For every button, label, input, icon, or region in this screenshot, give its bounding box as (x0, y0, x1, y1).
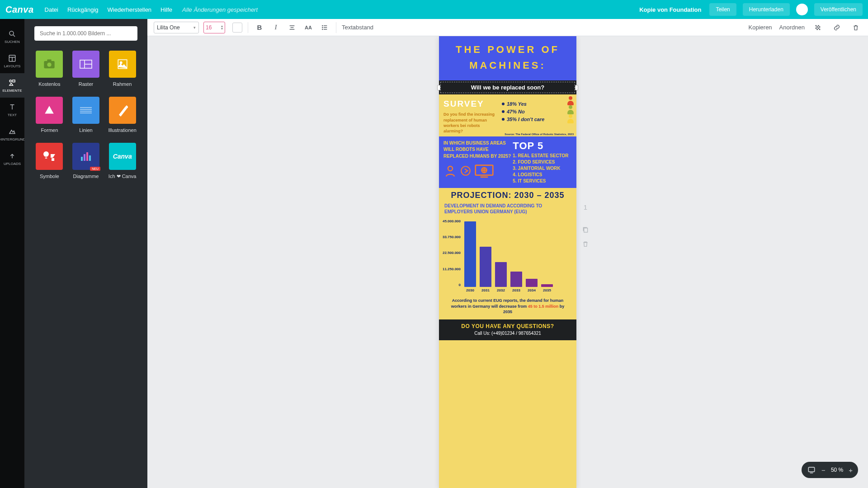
footer-section[interactable]: DO YOU HAVE ANY QUESTIONS? Call Us: (+49… (439, 319, 576, 340)
svg-rect-11 (52, 158, 54, 161)
svg-rect-15 (89, 155, 91, 161)
rail-layouts[interactable]: LAYOUTS (0, 49, 24, 73)
menu-undo[interactable]: Rückgängig (67, 6, 99, 13)
avatar[interactable] (796, 4, 808, 15)
category-tile (72, 97, 99, 124)
upload-icon (8, 152, 16, 160)
rail-elements[interactable]: ELEMENTE (0, 73, 24, 98)
title-line1: THE POWER OF (441, 42, 575, 57)
help-icon[interactable] (807, 465, 816, 474)
areas-section[interactable]: IN WHICH BUSINESS AREAS WILL ROBOTS HAVE… (439, 136, 576, 188)
case-button[interactable]: AA (302, 22, 314, 33)
category-ich ❤ canva[interactable]: CanvaIch ❤ Canva (107, 143, 137, 179)
download-button[interactable]: Herunterladen (743, 3, 790, 16)
copy-button[interactable]: Kopieren (749, 24, 772, 31)
category-raster[interactable]: Raster (71, 51, 101, 87)
category-formen[interactable]: Formen (34, 97, 65, 133)
align-button[interactable] (286, 22, 298, 33)
category-label: Linien (79, 127, 92, 133)
publish-button[interactable]: Veröffentlichen (814, 3, 863, 16)
canvas-area: Lilita One ▾ 16 ▴▾ B I AA Textabstand Ko… (147, 19, 868, 488)
bullet-icon (502, 110, 505, 113)
svg-rect-23 (816, 28, 817, 29)
svg-point-16 (322, 25, 323, 26)
x-tick: 2035 (541, 288, 553, 292)
x-tick: 2033 (510, 288, 522, 292)
areas-q2: WILL ROBOTS HAVE (443, 146, 513, 153)
duplicate-page-icon[interactable] (582, 226, 589, 233)
projection-header[interactable]: PROJECTION: 2030 – 2035 DEVELOPMENT IN D… (439, 188, 576, 219)
category-symbole[interactable]: Symbole (34, 143, 65, 179)
category-label: Symbole (40, 174, 59, 179)
zoom-out-button[interactable]: − (821, 466, 826, 474)
y-tick: 33.750.000 (443, 235, 461, 239)
menu-file[interactable]: Datei (45, 6, 58, 13)
delete-button[interactable] (850, 22, 862, 33)
bar (526, 279, 538, 287)
search-icon (8, 30, 16, 38)
spacing-link[interactable]: Textabstand (342, 24, 373, 31)
survey-section[interactable]: SURVEY Do you find the increasing replac… (439, 94, 576, 136)
category-tile (109, 51, 136, 78)
font-select[interactable]: Lilita One ▾ (154, 22, 199, 33)
rail-search[interactable]: SUCHEN (0, 24, 24, 49)
subtitle-selected[interactable]: Will we be replaced soon? (439, 80, 576, 94)
projection-sub: DEVELOPMENT IN DEMAND ACCORDING TO EMPLO… (444, 203, 571, 215)
doc-title[interactable]: Kopie von Foundation (639, 6, 701, 13)
category-grid: KostenlosRasterRahmenFormenLinienIllustr… (34, 51, 137, 179)
note-text[interactable]: According to current EUG reports, the de… (439, 294, 576, 319)
stage[interactable]: THE POWER OF MACHINES: Will we be replac… (147, 36, 868, 488)
y-tick: 45.000.000 (443, 219, 461, 223)
category-rahmen[interactable]: Rahmen (107, 51, 137, 87)
font-name: Lilita One (157, 24, 180, 31)
category-illustrationen[interactable]: Illustrationen (107, 97, 137, 133)
title-block[interactable]: THE POWER OF MACHINES: (439, 36, 576, 80)
svg-point-9 (120, 62, 122, 64)
bar-chart[interactable]: 45.000.00033.750.00022.500.00011.250.000… (439, 219, 576, 294)
rail-uploads[interactable]: UPLOADS (0, 146, 24, 171)
rail-background[interactable]: HINTERGRUND (0, 122, 24, 146)
category-kostenlos[interactable]: Kostenlos (34, 51, 65, 87)
color-swatch[interactable] (232, 23, 242, 33)
italic-button[interactable]: I (270, 22, 282, 33)
link-button[interactable] (831, 22, 843, 33)
font-size-input[interactable]: 16 ▴▾ (203, 22, 225, 33)
person-icon (567, 114, 574, 123)
category-diagramme[interactable]: NEUDiagramme (71, 143, 101, 179)
category-label: Rahmen (113, 81, 132, 87)
transparency-button[interactable] (812, 22, 824, 33)
menu-help[interactable]: Hilfe (160, 6, 172, 13)
topbar-right: Kopie von Foundation Teilen Herunterlade… (639, 3, 863, 16)
list-button[interactable] (319, 22, 330, 33)
survey-question: Do you find the increasing replacement o… (443, 112, 500, 134)
category-label: Kostenlos (38, 81, 60, 87)
y-tick: 22.500.000 (443, 251, 461, 255)
delete-page-icon[interactable] (582, 240, 589, 248)
resize-handle-right[interactable] (575, 85, 578, 90)
svg-point-18 (322, 29, 323, 29)
svg-rect-13 (84, 154, 85, 161)
search-input[interactable] (34, 26, 137, 41)
menu-redo[interactable]: Wiederherstellen (108, 6, 152, 13)
top-menu: Datei Rückgängig Wiederherstellen Hilfe (45, 6, 173, 13)
layouts-icon (8, 54, 16, 62)
share-button[interactable]: Teilen (709, 3, 736, 16)
y-tick: 11.250.000 (443, 267, 461, 271)
zoom-value[interactable]: 50 % (831, 467, 843, 473)
category-linien[interactable]: Linien (71, 97, 101, 133)
top5-item: 2. FOOD SERVICES (513, 160, 572, 164)
svg-rect-21 (816, 26, 818, 28)
resize-handle-left[interactable] (437, 85, 440, 90)
survey-value: 47% No (507, 109, 525, 114)
footer-question: DO YOU HAVE ANY QUESTIONS? (439, 323, 576, 329)
design-page[interactable]: THE POWER OF MACHINES: Will we be replac… (439, 36, 576, 488)
zoom-in-button[interactable]: + (849, 466, 853, 474)
arrange-button[interactable]: Anordnen (779, 24, 805, 31)
elements-icon (8, 79, 16, 87)
font-size-value: 16 (206, 24, 212, 31)
svg-point-28 (461, 167, 470, 176)
areas-q3: REPLACED HUMANS BY 2025? (443, 153, 513, 160)
canva-logo[interactable]: Canva (5, 5, 34, 15)
rail-text[interactable]: TEXT (0, 98, 24, 122)
bold-button[interactable]: B (254, 22, 265, 33)
